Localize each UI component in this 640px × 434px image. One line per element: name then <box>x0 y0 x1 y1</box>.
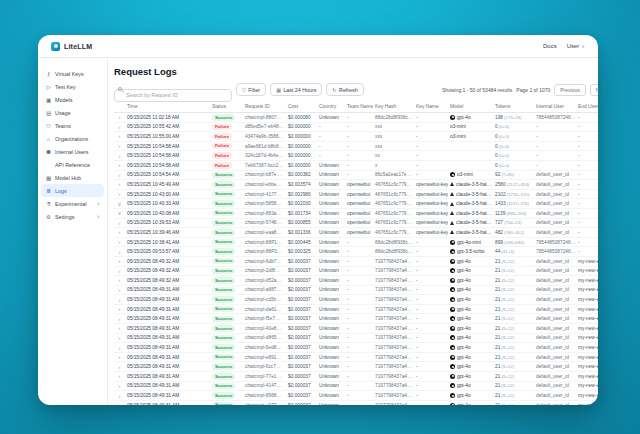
next-page-button[interactable]: Next <box>590 84 598 96</box>
sidebar-item-experimental[interactable]: ⚗Experimental∨ <box>41 197 104 210</box>
column-header[interactable]: Country <box>317 101 345 113</box>
table-row[interactable]: ›05/15/2025 10:55:00 AMFailure43474a9b-3… <box>114 132 598 142</box>
row-expander-icon[interactable]: › <box>114 141 125 151</box>
table-row[interactable]: ›05/15/2025 08:49:31 AMSuccesschatcmpl-7… <box>114 372 598 382</box>
table-row[interactable]: ›05/15/2025 08:49:32 AMSuccesschatcmpl-6… <box>114 256 598 266</box>
sidebar-item-model-hub[interactable]: ▦Model Hub <box>41 171 104 184</box>
sidebar-item-virtual-keys[interactable]: ⚷Virtual Keys <box>41 67 104 80</box>
row-expander-icon[interactable]: › <box>114 160 125 170</box>
row-expander-icon[interactable]: › <box>114 189 125 199</box>
sidebar-item-usage[interactable]: ▤Usage <box>41 106 104 119</box>
row-expander-icon[interactable]: › <box>114 400 125 405</box>
row-expander-icon[interactable]: › <box>114 151 125 161</box>
table-row[interactable]: ›05/15/2025 08:49:31 AMSuccesschatcmpl-6… <box>114 362 598 372</box>
column-header[interactable]: Request ID <box>243 101 286 113</box>
search-input[interactable] <box>114 89 232 102</box>
filter-button[interactable]: ▽ Filter <box>236 83 266 96</box>
row-expander-icon[interactable]: › <box>114 295 125 305</box>
cell-tokens: 21(9+12) <box>493 352 534 362</box>
previous-page-button[interactable]: Previous <box>554 84 585 96</box>
row-expander-icon[interactable]: › <box>114 324 125 334</box>
row-expander-icon[interactable]: › <box>114 391 125 401</box>
table-row[interactable]: ∨05/15/2025 10:40:08 AMSuccesschatcmpl-8… <box>114 208 598 218</box>
row-expander-icon[interactable]: › <box>114 381 125 391</box>
table-row[interactable]: ∨05/15/2025 10:40:33 AMSuccesschatcmpl-5… <box>114 199 598 209</box>
table-row[interactable]: ›05/15/2025 11:02:18 AMSuccesschatcmpl-8… <box>114 113 598 123</box>
table-row[interactable]: ›05/15/2025 10:54:58 AMFailure324c187d-4… <box>114 151 598 161</box>
row-expander-icon[interactable]: › <box>114 314 125 324</box>
sidebar-item-models[interactable]: ▣Models <box>41 93 104 106</box>
cell-time: 05/15/2025 08:49:32 AM <box>125 276 210 286</box>
row-expander-icon[interactable]: › <box>114 372 125 382</box>
row-expander-icon[interactable]: ∨ <box>114 199 125 209</box>
column-header[interactable]: Status <box>210 101 243 113</box>
table-row[interactable]: ›05/15/2025 10:54:58 AMFailure7eb67387-b… <box>114 160 598 170</box>
table-row[interactable]: ›05/15/2025 10:38:41 AMSuccesschatcmpl-8… <box>114 237 598 247</box>
table-row[interactable]: ›05/15/2025 08:49:32 AMSuccesschatcmpl-2… <box>114 266 598 276</box>
row-expander-icon[interactable]: › <box>114 228 125 238</box>
sidebar-item-teams[interactable]: ⚇Teams <box>41 119 104 132</box>
table-row[interactable]: ›05/15/2025 08:49:31 AMSuccesschatcmpl-e… <box>114 352 598 362</box>
column-header[interactable] <box>114 101 125 113</box>
row-expander-icon[interactable]: › <box>114 333 125 343</box>
table-row[interactable]: ›05/15/2025 10:39:46 AMSuccesschatcmpl-e… <box>114 228 598 238</box>
table-row[interactable]: ›05/15/2025 10:39:53 AMSuccesschatcmpl-5… <box>114 218 598 228</box>
table-row[interactable]: ›05/15/2025 10:54:54 AMSuccesschatcmpl-b… <box>114 170 598 180</box>
row-expander-icon[interactable]: › <box>114 247 125 257</box>
row-expander-icon[interactable]: ∨ <box>114 208 125 218</box>
column-header[interactable]: End User <box>576 101 598 113</box>
table-row[interactable]: ›05/15/2025 08:49:32 AMSuccesschatcmpl-d… <box>114 276 598 286</box>
brand[interactable]: LiteLLM <box>51 42 92 51</box>
table-row[interactable]: ›05/15/2025 09:53:57 AMSuccesschatcmpl-8… <box>114 247 598 257</box>
sidebar-item-logs[interactable]: ≣Logs <box>41 184 104 197</box>
table-row[interactable]: ›05/15/2025 10:54:58 AMFailurea9ae681d-b… <box>114 141 598 151</box>
sidebar-item-settings[interactable]: ⚙Settings∨ <box>41 210 104 223</box>
sidebar-item-internal-users[interactable]: ⚉Internal Users <box>41 145 104 158</box>
table-row[interactable]: ›05/15/2025 08:49:31 AMSuccesschatcmpl-8… <box>114 391 598 401</box>
column-header[interactable]: Cost <box>286 101 317 113</box>
table-row[interactable]: ›05/15/2025 10:55:42 AMFailured86ed5e7-e… <box>114 122 598 132</box>
table-row[interactable]: ›05/15/2025 08:49:31 AMSuccesschatcmpl-f… <box>114 314 598 324</box>
status-badge: Success <box>212 200 235 207</box>
column-header[interactable]: Tokens <box>493 101 534 113</box>
cell-model: gpt-4o <box>448 400 493 405</box>
sidebar-item-api-reference[interactable]: API Reference <box>41 158 104 171</box>
column-header[interactable]: Key Name <box>414 101 448 113</box>
table-row[interactable]: ›05/15/2025 08:49:31 AMSuccesschatcmpl-e… <box>114 400 598 405</box>
row-expander-icon[interactable]: › <box>114 122 125 132</box>
column-header[interactable]: Key Hash <box>373 101 414 113</box>
table-row[interactable]: ›05/15/2025 08:49:31 AMSuccesschatcmpl-c… <box>114 295 598 305</box>
refresh-button[interactable]: ↻ Refresh <box>326 83 363 96</box>
row-expander-icon[interactable]: › <box>114 304 125 314</box>
table-row[interactable]: ›05/15/2025 10:45:49 AMSuccesschatcmpl-e… <box>114 180 598 190</box>
table-row[interactable]: ›05/15/2025 10:43:00 AMSuccesschatcmpl-4… <box>114 189 598 199</box>
row-expander-icon[interactable]: › <box>114 352 125 362</box>
row-expander-icon[interactable]: › <box>114 132 125 142</box>
column-header[interactable]: Team Name <box>345 101 373 113</box>
row-expander-icon[interactable]: › <box>114 113 125 123</box>
row-expander-icon[interactable]: › <box>114 285 125 295</box>
row-expander-icon[interactable]: › <box>114 218 125 228</box>
user-menu[interactable]: User ∨ <box>567 43 585 49</box>
table-row[interactable]: ›05/15/2025 08:49:31 AMSuccesschatcmpl-a… <box>114 285 598 295</box>
table-row[interactable]: ›05/15/2025 08:49:31 AMSuccesschatcmpl-4… <box>114 381 598 391</box>
row-expander-icon[interactable]: › <box>114 266 125 276</box>
sidebar-item-organizations[interactable]: ⌂Organizations <box>41 132 104 145</box>
sidebar-item-test-key[interactable]: ▷Test Key <box>41 80 104 93</box>
row-expander-icon[interactable]: › <box>114 170 125 180</box>
column-header[interactable]: Time <box>125 101 210 113</box>
table-row[interactable]: ›05/15/2025 08:49:31 AMSuccesschatcmpl-d… <box>114 333 598 343</box>
table-row[interactable]: ›05/15/2025 08:49:31 AMSuccesschatcmpl-4… <box>114 324 598 334</box>
row-expander-icon[interactable]: › <box>114 256 125 266</box>
column-header[interactable]: Model <box>448 101 493 113</box>
row-expander-icon[interactable]: › <box>114 276 125 286</box>
docs-link[interactable]: Docs <box>543 43 557 49</box>
row-expander-icon[interactable]: › <box>114 343 125 353</box>
row-expander-icon[interactable]: › <box>114 237 125 247</box>
table-row[interactable]: ›05/15/2025 08:49:31 AMSuccesschatcmpl-d… <box>114 304 598 314</box>
row-expander-icon[interactable]: › <box>114 362 125 372</box>
row-expander-icon[interactable]: › <box>114 180 125 190</box>
column-header[interactable]: Internal User <box>534 101 576 113</box>
time-range-button[interactable]: ▦ Last 24 Hours <box>270 83 322 96</box>
table-row[interactable]: ›05/15/2025 08:49:31 AMSuccesschatcmpl-6… <box>114 343 598 353</box>
